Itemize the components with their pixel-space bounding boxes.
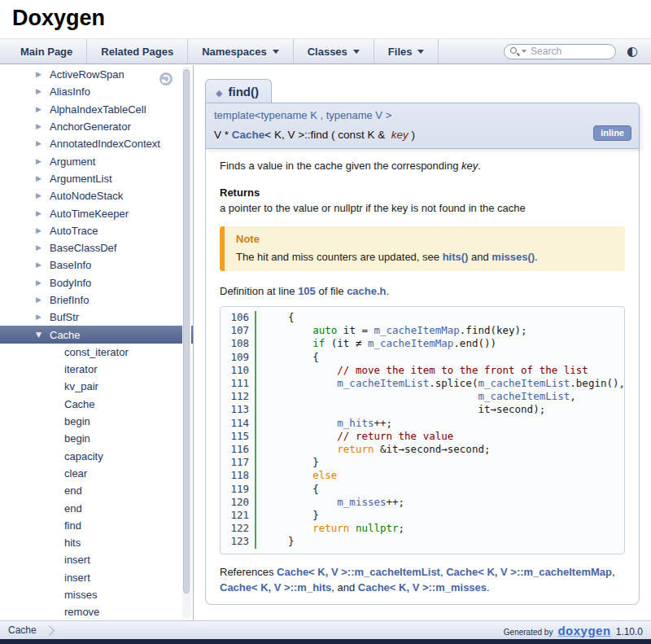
sidebar-item-autonodestack[interactable]: ▶AutoNodeStack xyxy=(0,187,193,204)
sidebar-item-label[interactable]: insert xyxy=(64,554,90,566)
sidebar-item-begin[interactable]: begin xyxy=(0,430,193,447)
code-member-link[interactable]: m_cacheItemList xyxy=(478,377,570,389)
sidebar-item-label[interactable]: const_iterator xyxy=(64,346,129,358)
breadcrumb[interactable]: Cache xyxy=(0,624,53,636)
sidebar-item-label[interactable]: Cache xyxy=(64,398,95,410)
tab-files[interactable]: Files xyxy=(374,39,439,64)
sidebar-item-remove[interactable]: remove xyxy=(0,603,193,620)
doc-link[interactable]: Cache< K, V >::m_cacheItemList xyxy=(277,566,440,578)
sidebar-item-label[interactable]: Cache xyxy=(50,329,81,341)
sidebar-item-label[interactable]: AutoNodeStack xyxy=(50,190,123,202)
doc-link[interactable]: 105 xyxy=(298,285,316,297)
sidebar-item-label[interactable]: ActiveRowSpan xyxy=(50,68,125,81)
sidebar-item-const-iterator[interactable]: const_iterator xyxy=(0,344,193,361)
sidebar-item-anchorgenerator[interactable]: ▶AnchorGenerator xyxy=(0,118,193,135)
sidebar-item-label[interactable]: misses xyxy=(64,589,97,601)
sidebar-item-label[interactable]: insert xyxy=(64,572,90,584)
line-number[interactable]: 106 xyxy=(221,311,256,324)
sidebar-item-label[interactable]: AutoTrace xyxy=(50,225,98,237)
sidebar-item-iterator[interactable]: iterator xyxy=(0,361,193,378)
doc-link[interactable]: misses() xyxy=(492,251,535,263)
line-number[interactable]: 118 xyxy=(221,469,256,482)
arrow-right-icon[interactable]: ▶ xyxy=(36,158,50,165)
sidebar-item-autotimekeeper[interactable]: ▶AutoTimeKeeper xyxy=(0,204,193,221)
arrow-right-icon[interactable]: ▶ xyxy=(36,227,50,234)
search-icon[interactable] xyxy=(509,46,520,57)
sidebar-item-label[interactable]: find xyxy=(64,519,81,532)
line-number[interactable]: 112 xyxy=(221,390,256,403)
sidebar-item-find[interactable]: find xyxy=(0,517,193,534)
code-member-link[interactable]: m_misses xyxy=(337,496,386,508)
sidebar-item-label[interactable]: AutoTimeKeeper xyxy=(50,208,129,220)
sidebar-item-baseinfo[interactable]: ▶BaseInfo xyxy=(0,256,193,274)
tab-main-page[interactable]: Main Page xyxy=(7,39,87,64)
sidebar-item-bufstr[interactable]: ▶BufStr xyxy=(0,309,193,326)
search-box[interactable] xyxy=(504,44,616,59)
tab-classes[interactable]: Classes xyxy=(294,39,374,64)
line-number[interactable]: 120 xyxy=(221,496,256,509)
sidebar-item-end[interactable]: end xyxy=(0,482,193,499)
sidebar-item-cache[interactable]: Cache xyxy=(0,396,193,413)
doc-link[interactable]: Cache< K, V >::m_hits xyxy=(220,581,331,594)
line-number[interactable]: 114 xyxy=(221,417,256,430)
tab-related-pages[interactable]: Related Pages xyxy=(87,39,188,64)
line-number[interactable]: 117 xyxy=(221,456,256,469)
class-link[interactable]: Cache xyxy=(232,129,265,141)
line-number[interactable]: 115 xyxy=(221,430,256,443)
arrow-right-icon[interactable]: ▶ xyxy=(36,123,50,130)
arrow-right-icon[interactable]: ▶ xyxy=(36,175,50,182)
arrow-right-icon[interactable]: ▶ xyxy=(36,313,50,321)
sidebar-item-begin[interactable]: begin xyxy=(0,413,193,430)
sidebar-item-label[interactable]: BaseInfo xyxy=(50,259,91,271)
sidebar-item-autotrace[interactable]: ▶AutoTrace xyxy=(0,222,193,239)
search-input[interactable] xyxy=(531,46,610,57)
sidebar-item-label[interactable]: ArgumentList xyxy=(50,173,112,185)
arrow-down-icon[interactable]: ▼ xyxy=(36,331,50,339)
arrow-right-icon[interactable]: ▶ xyxy=(36,140,50,147)
sidebar-item-clear[interactable]: clear xyxy=(0,465,193,482)
doc-link[interactable]: Cache< K, V >::m_cacheItemMap xyxy=(446,566,612,578)
line-number[interactable]: 111 xyxy=(221,377,256,390)
sidebar-item-label[interactable]: BufStr xyxy=(50,311,79,323)
sidebar-scrollbar[interactable] xyxy=(182,67,191,619)
line-number[interactable]: 108 xyxy=(221,337,256,350)
doc-link[interactable]: Cache< K, V >::m_misses xyxy=(358,581,487,594)
arrow-right-icon[interactable]: ▶ xyxy=(36,192,50,199)
line-number[interactable]: 107 xyxy=(221,324,256,337)
sidebar-item-capacity[interactable]: capacity xyxy=(0,448,193,465)
arrow-right-icon[interactable]: ▶ xyxy=(36,88,50,95)
line-number[interactable]: 110 xyxy=(221,364,256,377)
sidebar-item-misses[interactable]: misses xyxy=(0,586,193,603)
sidebar-item-label[interactable]: Argument xyxy=(50,156,95,168)
sidebar-item-label[interactable]: begin xyxy=(64,415,90,427)
line-number[interactable]: 119 xyxy=(221,483,256,496)
sidebar-item-aliasinfo[interactable]: ▶AliasInfo xyxy=(0,83,193,100)
sidebar-item-argument[interactable]: ▶Argument xyxy=(0,152,193,169)
breadcrumb-label[interactable]: Cache xyxy=(8,624,37,636)
sidebar-item-alphaindextablecell[interactable]: ▶AlphaIndexTableCell xyxy=(0,101,193,118)
doxygen-logo[interactable]: doxygen xyxy=(557,624,610,637)
sidebar-item-briefinfo[interactable]: ▶BriefInfo xyxy=(0,291,193,309)
theme-toggle-icon[interactable]: ◐ xyxy=(627,45,638,58)
arrow-right-icon[interactable]: ▶ xyxy=(36,210,50,217)
sidebar-item-label[interactable]: hits xyxy=(64,537,81,549)
arrow-right-icon[interactable]: ▶ xyxy=(36,261,50,269)
search-dropdown-arrow-icon[interactable] xyxy=(522,50,526,53)
sidebar-item-label[interactable]: iterator xyxy=(64,363,97,375)
sidebar-item-insert[interactable]: insert xyxy=(0,551,193,568)
sidebar-item-label[interactable]: BaseClassDef xyxy=(50,242,116,254)
sidebar-scrollbar-thumb[interactable] xyxy=(183,69,190,594)
code-member-link[interactable]: m_cacheItemMap xyxy=(368,337,453,349)
sidebar-item-label[interactable]: begin xyxy=(64,432,90,445)
code-member-link[interactable]: m_cacheItemList xyxy=(337,377,429,389)
sidebar-item-end[interactable]: end xyxy=(0,499,193,516)
line-number[interactable]: 123 xyxy=(221,535,256,548)
doc-link[interactable]: cache.h xyxy=(347,285,386,297)
code-member-link[interactable]: m_cacheItemMap xyxy=(374,324,459,336)
arrow-right-icon[interactable]: ▶ xyxy=(36,244,50,252)
sidebar-item-baseclassdef[interactable]: ▶BaseClassDef xyxy=(0,239,193,256)
code-member-link[interactable]: m_cacheItemList xyxy=(478,390,570,402)
arrow-right-icon[interactable]: ▶ xyxy=(36,296,50,304)
sidebar-item-label[interactable]: remove xyxy=(64,606,99,618)
sidebar-item-label[interactable]: end xyxy=(64,502,82,515)
